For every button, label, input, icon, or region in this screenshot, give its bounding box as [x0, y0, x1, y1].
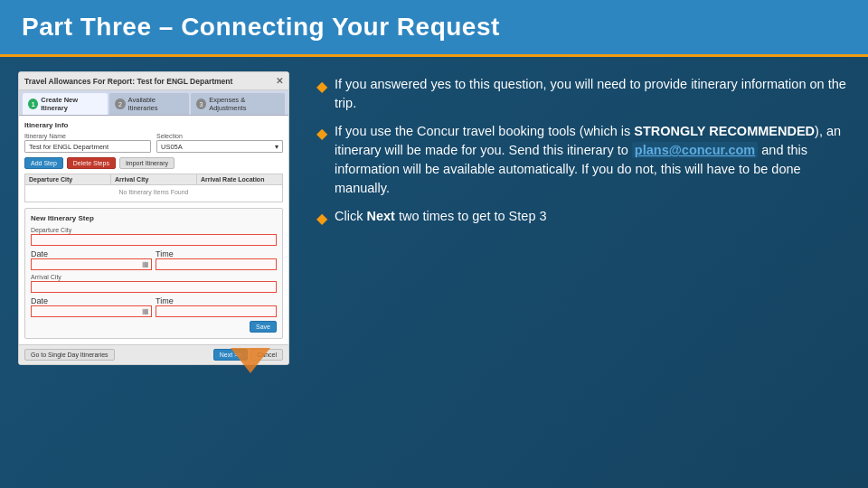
col-arrival: Arrival City — [111, 174, 197, 184]
arrival-city-input[interactable] — [31, 281, 277, 293]
tab-create-itinerary[interactable]: 1 Create New Itinerary — [23, 93, 108, 115]
form-row: Itinerary Name Test for ENGL Department … — [24, 133, 283, 153]
bullet3-text-before: Click — [335, 209, 366, 223]
date-label: Date — [31, 249, 152, 258]
tab2-label: Available Itineraries — [128, 96, 184, 112]
delete-steps-button[interactable]: Delete Steps — [67, 157, 116, 169]
bullet-item-1: ◆ If you answered yes to this question, … — [316, 75, 850, 113]
mockup-titlebar: Travel Allowances For Report: Test for E… — [19, 72, 288, 90]
chevron-down-icon: ▾ — [275, 143, 278, 151]
btn-row: Add Step Delete Steps Import Itinerary — [24, 157, 283, 169]
tab3-label: Expenses & Adjustments — [209, 96, 279, 112]
date2-label: Date — [31, 296, 152, 305]
save-button[interactable]: Save — [250, 321, 277, 333]
itinerary-name-label: Itinerary Name — [24, 133, 151, 139]
step-title: New Itinerary Step — [31, 214, 277, 222]
strongly-recommended: STRONGLY RECOMMENDED — [634, 124, 815, 138]
selection-group: Selection US05A ▾ — [156, 133, 283, 153]
bullet-text-2: If you use the Concur travel booking too… — [335, 122, 850, 198]
table-header: Departure City Arrival City Arrival Rate… — [24, 174, 283, 184]
bullet-text-1: If you answered yes to this question, yo… — [335, 75, 850, 113]
section-label: Itinerary Info — [24, 121, 283, 129]
tab-expenses[interactable]: 3 Expenses & Adjustments — [191, 93, 285, 115]
single-day-button[interactable]: Go to Single Day Itineraries — [24, 349, 115, 361]
ui-mockup: Travel Allowances For Report: Test for E… — [18, 71, 289, 365]
tab2-num: 2 — [115, 99, 125, 109]
tab1-num: 1 — [28, 99, 38, 109]
itinerary-step-panel: New Itinerary Step Departure City Date ▦ — [24, 208, 283, 339]
left-panel: Travel Allowances For Report: Test for E… — [18, 71, 298, 471]
import-itinerary-button[interactable]: Import Itinerary — [119, 157, 175, 169]
departure-city-field: Departure City — [31, 227, 277, 246]
arrow-indicator — [231, 348, 270, 373]
mockup-title: Travel Allowances For Report: Test for E… — [24, 77, 232, 86]
time2-label: Time — [156, 296, 277, 305]
date-input[interactable] — [32, 260, 140, 268]
col-rate-location: Arrival Rate Location — [197, 174, 282, 184]
time2-input[interactable] — [156, 305, 277, 317]
time2-wrap: Time — [156, 296, 277, 317]
title-bar: Part Three – Connecting Your Request — [0, 0, 868, 57]
calendar2-icon: ▦ — [140, 307, 151, 315]
bullet2-text-before: If you use the Concur travel booking too… — [335, 124, 634, 138]
date-input-group[interactable]: ▦ — [31, 258, 152, 270]
departure-city-label: Departure City — [31, 227, 277, 233]
down-arrow-icon — [231, 348, 270, 373]
departure-date-row: Date ▦ Time — [31, 249, 277, 270]
calendar-icon: ▦ — [140, 260, 151, 268]
no-data-message: No Itinerary Items Found — [118, 189, 188, 195]
date-wrap: Date ▦ — [31, 249, 152, 270]
arrival-date-row: Date ▦ Time — [31, 296, 277, 317]
mockup-body: Itinerary Info Itinerary Name Test for E… — [19, 116, 288, 344]
itinerary-name-group: Itinerary Name Test for ENGL Department — [24, 133, 151, 153]
time-wrap: Time — [156, 249, 277, 270]
slide: Part Three – Connecting Your Request Tra… — [0, 0, 868, 488]
bullet1-text: If you answered yes to this question, yo… — [335, 77, 846, 110]
arrival-city-field: Arrival City — [31, 274, 277, 293]
date2-input[interactable] — [32, 307, 140, 315]
save-row: Save — [31, 321, 277, 333]
mockup-tabs: 1 Create New Itinerary 2 Available Itine… — [19, 90, 288, 116]
time-label: Time — [156, 249, 277, 258]
date2-input-group[interactable]: ▦ — [31, 305, 152, 317]
page-title: Part Three – Connecting Your Request — [22, 13, 846, 42]
tab1-label: Create New Itinerary — [41, 96, 102, 112]
diamond-icon-3: ◆ — [316, 208, 327, 229]
content-area: Travel Allowances For Report: Test for E… — [0, 57, 868, 485]
bullet3-next-strong: Next — [366, 209, 394, 223]
date2-wrap: Date ▦ — [31, 296, 152, 317]
add-step-button[interactable]: Add Step — [24, 157, 63, 169]
col-departure: Departure City — [25, 174, 111, 184]
bullet-text-3: Click Next two times to get to Step 3 — [335, 207, 850, 226]
selection-label: Selection — [156, 133, 283, 139]
right-panel: ◆ If you answered yes to this question, … — [316, 71, 850, 471]
tab-available-itineraries[interactable]: 2 Available Itineraries — [109, 93, 189, 115]
departure-city-input[interactable] — [31, 234, 277, 246]
table-body: No Itinerary Items Found — [24, 184, 283, 202]
diamond-icon-2: ◆ — [316, 123, 327, 144]
tab3-num: 3 — [196, 99, 206, 109]
arrival-city-label: Arrival City — [31, 274, 277, 280]
time-input[interactable] — [156, 258, 277, 270]
diamond-icon-1: ◆ — [316, 76, 327, 97]
close-icon[interactable]: ✕ — [276, 76, 283, 86]
bullet-item-3: ◆ Click Next two times to get to Step 3 — [316, 207, 850, 229]
itinerary-name-input[interactable]: Test for ENGL Department — [24, 140, 151, 153]
bullet3-text-after: two times to get to Step 3 — [395, 209, 547, 223]
plans-concur-link[interactable]: plans@concur.com — [632, 142, 758, 158]
selection-select[interactable]: US05A ▾ — [156, 140, 283, 153]
bullet-item-2: ◆ If you use the Concur travel booking t… — [316, 122, 850, 198]
